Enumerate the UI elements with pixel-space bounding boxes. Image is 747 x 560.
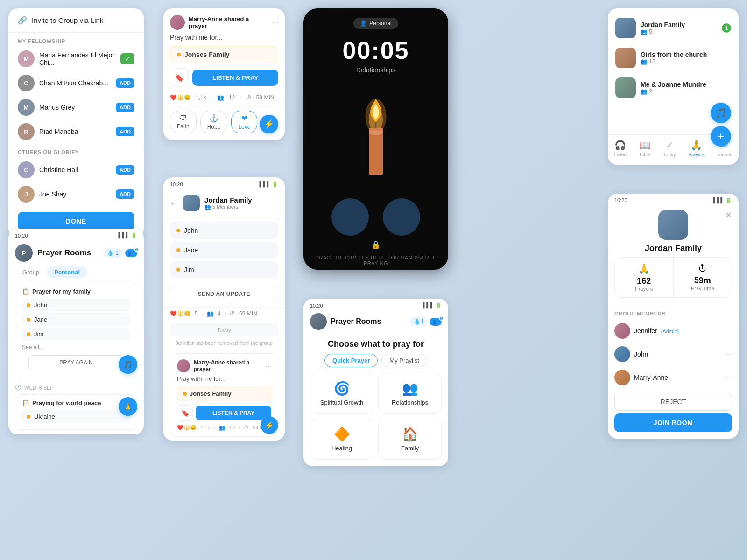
- nav-today[interactable]: ✓ Today: [663, 140, 676, 157]
- bookmark-button[interactable]: 🔖: [170, 68, 189, 87]
- drag-hint: DRAG THE CIRCLES HERE FOR HANDS-FREE PRA…: [303, 251, 448, 270]
- prayer-item-title: 📋 Praying for world peace: [22, 399, 130, 406]
- chat-subtitle: 👥 5 Members: [204, 204, 252, 210]
- tab-my-praylist[interactable]: My Praylist: [381, 354, 427, 367]
- back-button[interactable]: ←: [170, 198, 178, 208]
- add-btn[interactable]: ADD: [116, 165, 134, 175]
- music-fab[interactable]: 🎵: [711, 103, 731, 123]
- member-name: Jim: [34, 330, 43, 337]
- listen-pray-button[interactable]: LISTEN & PRAY: [196, 406, 271, 420]
- reject-button[interactable]: REJECT: [614, 393, 732, 411]
- notification-badge: 1: [722, 23, 731, 33]
- category-label: Spiritual Growth: [320, 399, 363, 406]
- tab-group[interactable]: Group: [15, 266, 47, 278]
- reaction-count: 1,1k: [196, 94, 206, 101]
- group-members: 👥 5: [641, 28, 717, 35]
- nav-listen[interactable]: 🎧 Listen: [614, 140, 627, 157]
- notif-dot: 1: [134, 247, 139, 252]
- clock-icon: ⏱: [698, 263, 707, 274]
- family-badge: Jonses Family: [170, 46, 278, 63]
- tag-hope[interactable]: ⚓ Hope: [200, 111, 228, 133]
- drag-circle-left[interactable]: [331, 198, 369, 236]
- member-options-icon[interactable]: ···: [726, 373, 732, 382]
- family-badge: Jonses Family: [177, 386, 271, 401]
- add-btn[interactable]: ADD: [116, 103, 134, 112]
- drop-icon: 💧: [107, 250, 114, 256]
- pray-again-button[interactable]: PRAY AGAIN: [28, 355, 124, 370]
- see-all-link[interactable]: See all...: [22, 342, 130, 352]
- category-spiritual[interactable]: 🌀 Spiritual Growth: [310, 373, 374, 414]
- member-name: Chan Mithun Chakrab...: [39, 79, 111, 87]
- invite-label: Invite to Group via Link: [32, 16, 103, 24]
- prayer-sub-row: Ukraine: [22, 410, 130, 423]
- invite-group-btn[interactable]: 🔗 Invite to Group via Link: [8, 8, 144, 33]
- clock-icon: ⏱: [246, 94, 252, 101]
- person-badge: 👥 1: [125, 249, 137, 257]
- relationships-icon: 👥: [402, 381, 418, 396]
- group-name: Jordan Family: [645, 244, 702, 253]
- more-options-icon[interactable]: ···: [266, 362, 271, 370]
- avatar: C: [18, 161, 35, 178]
- plus-fab[interactable]: +: [711, 126, 731, 147]
- close-button[interactable]: ✕: [725, 210, 732, 220]
- member-name: Jane: [34, 316, 47, 323]
- group-row[interactable]: Me & Joanne Mundre 👥 2: [608, 73, 739, 103]
- add-btn[interactable]: ADD: [116, 78, 134, 88]
- choose-tabs: Quick Prayer My Praylist: [303, 354, 448, 373]
- chat-header: ← Jordan Family 👥 5 Members: [163, 189, 285, 217]
- separator2: ·: [240, 94, 241, 101]
- chat-fab[interactable]: ⚡: [261, 416, 278, 434]
- member-detail-row: John ···: [608, 343, 739, 366]
- sharer-avatar: [177, 359, 190, 372]
- pray-fab[interactable]: 🙏: [119, 397, 137, 416]
- category-healing[interactable]: 🔶 Healing: [310, 419, 374, 460]
- share-header: Marry-Anne shared a prayer ···: [177, 359, 271, 372]
- nav-bible[interactable]: 📖 Bible: [639, 140, 651, 157]
- group-row[interactable]: Jordan Family 👥 5 1: [608, 13, 739, 43]
- tag-label: Hope: [207, 124, 221, 130]
- room-title: Prayer Rooms: [331, 317, 406, 326]
- svg-point-5: [369, 130, 383, 135]
- dot-icon: [176, 229, 180, 232]
- share-fab[interactable]: ⚡: [260, 115, 278, 133]
- prayer-sub-row: Jane: [22, 313, 130, 326]
- group-row[interactable]: Girls from the church 👥 15: [608, 43, 739, 73]
- member-name: Jane: [184, 246, 198, 254]
- member-name: Marry-Anne: [634, 374, 722, 381]
- choose-header: Prayer Rooms 💧1 👥1: [303, 310, 448, 335]
- tag-love[interactable]: ❤ Love: [231, 111, 257, 133]
- share-meta: Marry-Anne shared a prayer: [189, 15, 268, 29]
- category-family[interactable]: 🏠 Family: [378, 419, 442, 460]
- join-room-button[interactable]: JOIN ROOM: [614, 413, 732, 432]
- circles-row: [331, 189, 420, 240]
- chat-stats: ❤️🔱😊 5 · 👥 4 · ⏱ 59 MIN: [163, 307, 285, 322]
- nav-prayers[interactable]: 🙏 Prayers: [688, 140, 704, 157]
- member-name: Ukraine: [34, 413, 55, 420]
- people-count: 4: [218, 310, 221, 317]
- timer-label: Relationships: [356, 66, 395, 74]
- group-members: 👥 15: [641, 58, 731, 65]
- more-options-icon[interactable]: ···: [272, 18, 278, 27]
- member-options-icon[interactable]: ···: [726, 350, 732, 358]
- bookmark-button[interactable]: 🔖: [177, 405, 193, 421]
- stats-row: ❤️🔱😊 1,1k · 👥 12 · ⏱ 59 MI: [177, 425, 271, 431]
- tab-quick-prayer[interactable]: Quick Prayer: [324, 354, 378, 367]
- tag-faith[interactable]: 🛡 Faith: [170, 111, 197, 133]
- prayer-item-2: 📋 Praying for world peace Ukraine: [15, 394, 137, 430]
- add-btn[interactable]: ADD: [116, 189, 134, 199]
- sharer-name: Marry-Anne shared a prayer: [189, 15, 268, 29]
- candle-top: 👤 Personal 00:05 Relationships: [303, 8, 448, 78]
- category-relationships[interactable]: 👥 Relationships: [378, 373, 442, 414]
- today-separator: Today: [170, 323, 278, 336]
- tab-personal[interactable]: Personal: [47, 266, 87, 278]
- people-icon: 👥: [207, 310, 214, 317]
- music-fab[interactable]: 🎵: [119, 355, 137, 374]
- drag-circle-right[interactable]: [383, 198, 420, 236]
- send-update-button[interactable]: SEND AN UPDATE: [170, 286, 278, 302]
- admin-badge: (Admin): [661, 329, 679, 334]
- prayers-count: 162: [637, 276, 651, 286]
- person-icon: 👤: [360, 20, 367, 27]
- add-btn[interactable]: ADD: [116, 127, 134, 136]
- done-button[interactable]: DONE: [18, 212, 134, 231]
- listen-pray-button[interactable]: LISTEN & PRAY: [192, 70, 278, 86]
